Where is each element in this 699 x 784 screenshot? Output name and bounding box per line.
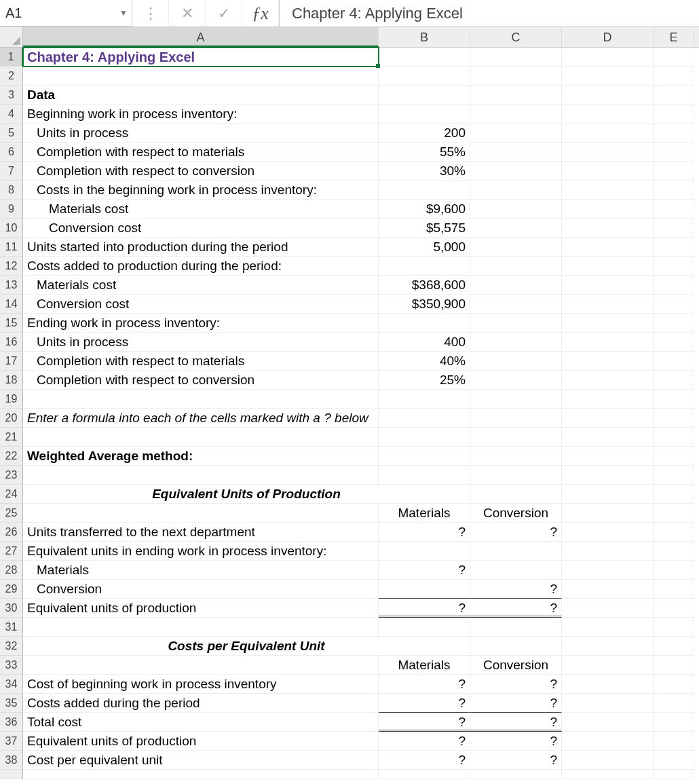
- cell-D30[interactable]: [562, 599, 654, 618]
- row-header[interactable]: 13: [0, 276, 23, 295]
- cell-D13[interactable]: [562, 276, 654, 295]
- cell-D15[interactable]: [562, 314, 654, 333]
- cell-D14[interactable]: [562, 295, 654, 314]
- cell-E38[interactable]: [654, 751, 694, 770]
- row-header[interactable]: 5: [0, 124, 23, 143]
- cell-B23[interactable]: [379, 466, 470, 485]
- cell-A3[interactable]: Data: [23, 86, 379, 105]
- cell-D12[interactable]: [562, 257, 654, 276]
- cell-A14[interactable]: Conversion cost: [23, 295, 379, 314]
- cell-D2[interactable]: [562, 67, 654, 86]
- cell-A5[interactable]: Units in process: [23, 124, 379, 143]
- cell-A17[interactable]: Completion with respect to materials: [23, 352, 379, 371]
- row-header[interactable]: 31: [0, 618, 23, 637]
- cell-E11[interactable]: [654, 238, 694, 257]
- cell-E8[interactable]: [654, 181, 694, 200]
- cell-A15[interactable]: Ending work in process inventory:: [23, 314, 379, 333]
- cell-E34[interactable]: [654, 675, 694, 694]
- row-header[interactable]: 33: [0, 656, 23, 675]
- cell-D20[interactable]: [562, 409, 654, 428]
- cell-E3[interactable]: [654, 86, 694, 105]
- cell-D33[interactable]: [562, 656, 654, 675]
- cell-E28[interactable]: [654, 561, 694, 580]
- cell-B21[interactable]: [379, 428, 470, 447]
- cell-B29[interactable]: [379, 580, 470, 599]
- cell-C9[interactable]: [470, 200, 562, 219]
- row-header[interactable]: 20: [0, 409, 23, 428]
- cell-A27[interactable]: Equivalent units in ending work in proce…: [23, 542, 379, 561]
- cell-E1[interactable]: [654, 48, 694, 67]
- cell-A28[interactable]: Materials: [23, 561, 379, 580]
- cell-E23[interactable]: [654, 466, 694, 485]
- cell-A1[interactable]: Chapter 4: Applying Excel: [23, 48, 379, 67]
- col-header-E[interactable]: E: [654, 27, 694, 47]
- cell-E31[interactable]: [654, 618, 694, 637]
- cell-B38[interactable]: ?: [379, 751, 470, 770]
- cell-D19[interactable]: [562, 390, 654, 409]
- row-header[interactable]: 9: [0, 200, 23, 219]
- cell-A4[interactable]: Beginning work in process inventory:: [23, 105, 379, 124]
- col-header-C[interactable]: C: [470, 27, 562, 47]
- cell-B16[interactable]: 400: [379, 333, 470, 352]
- cell-C11[interactable]: [470, 238, 562, 257]
- row-header[interactable]: 2: [0, 67, 23, 86]
- cell-E17[interactable]: [654, 352, 694, 371]
- cell-C4[interactable]: [470, 105, 562, 124]
- cell-A19[interactable]: [23, 390, 379, 409]
- row-header[interactable]: [0, 770, 23, 779]
- cell-E26[interactable]: [654, 523, 694, 542]
- cell-C1[interactable]: [470, 48, 562, 67]
- col-header-A[interactable]: A: [23, 27, 379, 47]
- cell-E21[interactable]: [654, 428, 694, 447]
- row-header[interactable]: 23: [0, 466, 23, 485]
- cell-D7[interactable]: [562, 162, 654, 181]
- cell-D25[interactable]: [562, 504, 654, 523]
- cell-C8[interactable]: [470, 181, 562, 200]
- cell-E32[interactable]: [654, 637, 694, 656]
- row-header[interactable]: 18: [0, 371, 23, 390]
- row-header[interactable]: 3: [0, 86, 23, 105]
- cell-C15[interactable]: [470, 314, 562, 333]
- cell-B8[interactable]: [379, 181, 470, 200]
- row-header[interactable]: 10: [0, 219, 23, 238]
- cell-C17[interactable]: [470, 352, 562, 371]
- row-header[interactable]: 12: [0, 257, 23, 276]
- cell-E13[interactable]: [654, 276, 694, 295]
- cell-B6[interactable]: 55%: [379, 143, 470, 162]
- cell-C36[interactable]: ?: [470, 713, 562, 732]
- row-header[interactable]: 29: [0, 580, 23, 599]
- cell-E7[interactable]: [654, 162, 694, 181]
- cell-D34[interactable]: [562, 675, 654, 694]
- cell-B1[interactable]: [379, 48, 470, 67]
- fx-icon[interactable]: ƒx: [242, 0, 279, 26]
- cell-B34[interactable]: ?: [379, 675, 470, 694]
- cell-A10[interactable]: Conversion cost: [23, 219, 379, 238]
- cell-C3[interactable]: [470, 86, 562, 105]
- cell-B12[interactable]: [379, 257, 470, 276]
- cell-C38[interactable]: ?: [470, 751, 562, 770]
- cell-D21[interactable]: [562, 428, 654, 447]
- cell-C12[interactable]: [470, 257, 562, 276]
- cell-E9[interactable]: [654, 200, 694, 219]
- row-header[interactable]: 17: [0, 352, 23, 371]
- row-header[interactable]: 35: [0, 694, 23, 713]
- cell-D23[interactable]: [562, 466, 654, 485]
- cell-E14[interactable]: [654, 295, 694, 314]
- cell-B17[interactable]: 40%: [379, 352, 470, 371]
- cell-D17[interactable]: [562, 352, 654, 371]
- cell-A25[interactable]: [23, 504, 379, 523]
- name-box[interactable]: A1 ▼: [0, 0, 132, 26]
- cell-D29[interactable]: [562, 580, 654, 599]
- cell-B22[interactable]: [379, 447, 470, 466]
- cell-C34[interactable]: ?: [470, 675, 562, 694]
- cell-A2[interactable]: [23, 67, 379, 86]
- row-header[interactable]: 27: [0, 542, 23, 561]
- cell-D37[interactable]: [562, 732, 654, 751]
- cell-C18[interactable]: [470, 371, 562, 390]
- cell-E19[interactable]: [654, 390, 694, 409]
- cell-B13[interactable]: $368,600: [379, 276, 470, 295]
- cell-A29[interactable]: Conversion: [23, 580, 379, 599]
- cell-B25[interactable]: Materials: [379, 504, 470, 523]
- cell-E20[interactable]: [654, 409, 694, 428]
- cell-D31[interactable]: [562, 618, 654, 637]
